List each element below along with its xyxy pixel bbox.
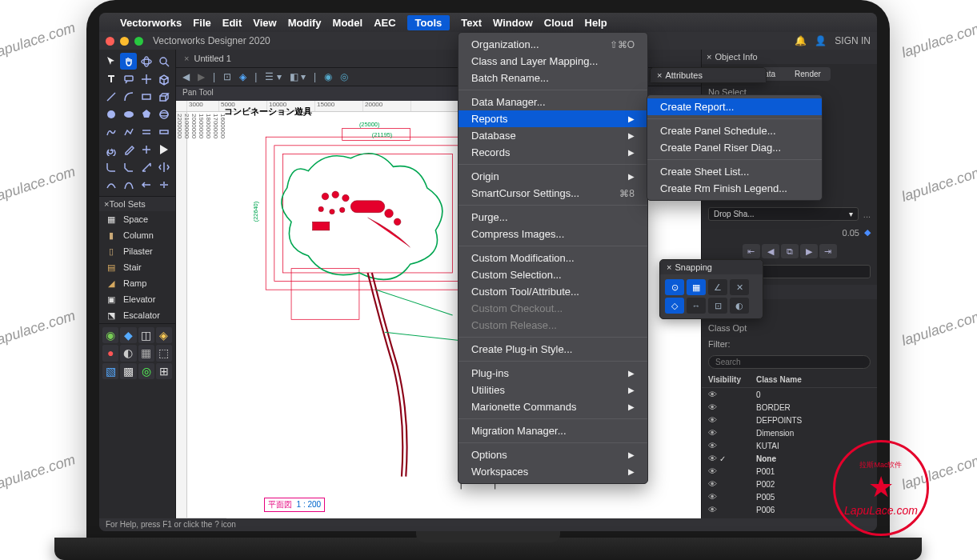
- pan-tool[interactable]: [120, 53, 137, 70]
- drop-shadow-select[interactable]: Drop Sha...▾: [708, 207, 859, 221]
- menu-help[interactable]: Help: [585, 17, 607, 29]
- menu-view[interactable]: View: [253, 17, 276, 29]
- menu-item-options[interactable]: Options▶: [458, 446, 647, 463]
- eyedropper-tool[interactable]: [120, 141, 137, 158]
- wall-tool[interactable]: [155, 123, 172, 140]
- line-tool[interactable]: [102, 88, 119, 105]
- res-2[interactable]: ◆: [120, 327, 136, 343]
- freehand-tool[interactable]: [102, 123, 119, 140]
- nav-last[interactable]: ⇥: [819, 244, 837, 258]
- layers-icon[interactable]: ☰ ▾: [265, 71, 281, 82]
- user-icon[interactable]: 👤: [815, 35, 827, 46]
- snap-edge[interactable]: ⊡: [708, 298, 727, 314]
- menu-item-migration-manager-[interactable]: Migration Manager...: [458, 422, 647, 439]
- mirror-tool[interactable]: [155, 158, 172, 175]
- menu-item-custom-tool-attribute-[interactable]: Custom Tool/Attribute...: [458, 283, 647, 300]
- snapping-palette[interactable]: ×Snapping ⊙ ▦ ∠ ✕ ◇ ↔ ⊡ ◐: [659, 259, 763, 319]
- polygon-tool[interactable]: [138, 106, 154, 122]
- toolset-space[interactable]: ▦Space: [99, 211, 175, 227]
- circle-tool[interactable]: [102, 106, 119, 122]
- menu-modify[interactable]: Modify: [288, 17, 322, 29]
- split-tool[interactable]: [155, 176, 172, 193]
- menu-item-compress-images-[interactable]: Compress Images...: [458, 226, 647, 242]
- snap-smart[interactable]: ◇: [665, 298, 684, 314]
- submenu-item-create-panel-riser-diag-[interactable]: Create Panel Riser Diag...: [647, 139, 822, 156]
- menu-item-reports[interactable]: Reports▶: [458, 110, 647, 127]
- snap-tangent[interactable]: ◐: [730, 298, 749, 314]
- menu-window[interactable]: Window: [493, 17, 533, 29]
- res-6[interactable]: ◐: [120, 345, 136, 361]
- class-row[interactable]: 👁DEFPOINTS: [702, 414, 877, 426]
- view-cube[interactable]: ◈: [239, 71, 246, 82]
- nav-fwd[interactable]: ▶: [198, 71, 205, 82]
- nav-next[interactable]: ▶: [800, 244, 818, 258]
- ellipse-tool[interactable]: [120, 106, 137, 122]
- menu-model[interactable]: Model: [333, 17, 363, 29]
- res-3[interactable]: ◫: [138, 327, 154, 343]
- locus-tool[interactable]: [138, 70, 154, 87]
- menu-item-records[interactable]: Records▶: [458, 144, 647, 161]
- snap-angle[interactable]: ∠: [708, 279, 727, 295]
- offset-tool[interactable]: [138, 158, 154, 175]
- extrude-tool[interactable]: [155, 88, 172, 105]
- signin-link[interactable]: SIGN IN: [835, 35, 871, 46]
- res-12[interactable]: ⊞: [156, 363, 172, 379]
- text-tool[interactable]: [102, 70, 119, 87]
- classes-icon[interactable]: ◧ ▾: [290, 71, 306, 82]
- res-8[interactable]: ⬚: [156, 345, 172, 361]
- arrow-tool[interactable]: [155, 141, 172, 158]
- toolset-pilaster[interactable]: ▯Pilaster: [99, 243, 175, 259]
- menu-aec[interactable]: AEC: [374, 17, 395, 29]
- nav-link[interactable]: ⧉: [781, 244, 799, 258]
- zoom-tool[interactable]: [155, 53, 172, 70]
- nav-prev[interactable]: ◀: [762, 244, 779, 258]
- toolset-stair[interactable]: ▤Stair: [99, 259, 175, 275]
- res-9[interactable]: ▧: [102, 363, 118, 379]
- menu-item-custom-selection-[interactable]: Custom Selection...: [458, 266, 647, 283]
- polyline-tool[interactable]: [120, 123, 137, 140]
- menu-text[interactable]: Text: [461, 17, 482, 29]
- menu-file[interactable]: File: [193, 17, 210, 29]
- chamfer-tool[interactable]: [120, 158, 137, 175]
- snap-grid[interactable]: ▦: [687, 279, 706, 295]
- bell-icon[interactable]: 🔔: [795, 35, 807, 46]
- menu-item-create-plug-in-style-[interactable]: Create Plug-in Style...: [458, 341, 647, 358]
- class-row[interactable]: 👁BORDER: [702, 401, 877, 414]
- callout-tool[interactable]: [120, 70, 137, 87]
- app-name[interactable]: Vectorworks: [120, 17, 182, 29]
- menu-edit[interactable]: Edit: [222, 17, 242, 29]
- tab-render[interactable]: Render: [785, 67, 831, 81]
- sphere-tool[interactable]: [155, 106, 172, 122]
- class-row[interactable]: 👁Dimension: [702, 426, 877, 439]
- camera-icon[interactable]: ◎: [340, 71, 348, 82]
- res-1[interactable]: ◉: [102, 327, 118, 343]
- menu-item-batch-rename-[interactable]: Batch Rename...: [458, 70, 647, 86]
- menu-item-custom-modification-[interactable]: Custom Modification...: [458, 250, 647, 266]
- res-11[interactable]: ◎: [138, 363, 154, 379]
- fillet-tool[interactable]: [102, 158, 119, 175]
- snap-object[interactable]: ⊙: [665, 279, 684, 295]
- toolset-ramp[interactable]: ◢Ramp: [99, 275, 175, 291]
- trim-tool[interactable]: [138, 176, 154, 193]
- menu-item-plug-ins[interactable]: Plug-ins▶: [458, 365, 647, 382]
- menu-item-purge-[interactable]: Purge...: [458, 209, 647, 226]
- toolset-elevator[interactable]: ▣Elevator: [99, 291, 175, 307]
- menu-item-marionette-commands[interactable]: Marionette Commands▶: [458, 398, 647, 415]
- double-line-tool[interactable]: [138, 123, 154, 140]
- curve-tool[interactable]: [120, 176, 137, 193]
- res-4[interactable]: ◈: [156, 327, 172, 343]
- menu-cloud[interactable]: Cloud: [544, 17, 574, 29]
- spiral-tool[interactable]: [102, 141, 119, 158]
- menu-item-database[interactable]: Database▶: [458, 127, 647, 144]
- res-10[interactable]: ▩: [120, 363, 136, 379]
- menu-item-organization-[interactable]: Organization...⇧⌘O: [458, 36, 647, 53]
- menu-item-workspaces[interactable]: Workspaces▶: [458, 463, 647, 480]
- attr-tool[interactable]: [138, 141, 154, 158]
- clip-tool[interactable]: [102, 176, 119, 193]
- res-7[interactable]: ▦: [138, 345, 154, 361]
- submenu-item-create-panel-schedule-[interactable]: Create Panel Schedule...: [647, 122, 822, 139]
- menu-item-utilities[interactable]: Utilities▶: [458, 382, 647, 398]
- nav-back[interactable]: ◀: [182, 71, 190, 82]
- cube-tool[interactable]: [155, 70, 172, 87]
- snap-distance[interactable]: ↔: [687, 298, 706, 314]
